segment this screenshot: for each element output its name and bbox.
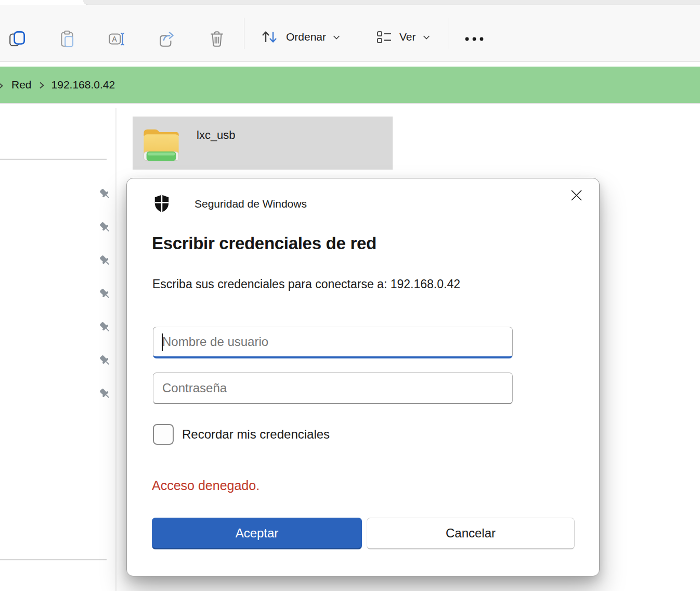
pin-icon xyxy=(98,354,112,367)
pane-divider xyxy=(115,108,116,591)
breadcrumb-item-red[interactable]: Red xyxy=(11,79,32,91)
pin-icon xyxy=(98,254,112,267)
access-denied-error: Acceso denegado. xyxy=(152,478,260,493)
remember-label: Recordar mis credenciales xyxy=(182,427,330,442)
copy-icon xyxy=(8,29,28,49)
navigation-pane xyxy=(0,104,115,591)
pin-icon xyxy=(98,221,112,234)
chevron-down-icon xyxy=(422,34,431,40)
close-icon xyxy=(570,189,583,202)
remember-credentials-row: Recordar mis credenciales xyxy=(153,424,330,445)
view-label: Ver xyxy=(399,31,416,43)
sort-button[interactable]: Ordenar xyxy=(254,21,346,53)
more-options-button[interactable] xyxy=(460,25,489,53)
accept-button[interactable]: Aceptar xyxy=(152,518,362,549)
dialog-app-title: Seguridad de Windows xyxy=(195,198,307,210)
password-input[interactable] xyxy=(153,372,513,404)
copy-button[interactable] xyxy=(3,25,32,53)
password-field-wrapper xyxy=(153,372,513,404)
close-button[interactable] xyxy=(565,184,588,207)
rename-button[interactable]: A xyxy=(102,25,132,53)
file-explorer-window: A Ordenar xyxy=(0,0,700,591)
username-field-wrapper xyxy=(153,327,513,358)
more-icon xyxy=(463,36,485,42)
pin-icon xyxy=(98,287,112,301)
breadcrumb-item-host[interactable]: 192.168.0.42 xyxy=(51,79,115,91)
pin-icon xyxy=(98,387,112,401)
remember-checkbox[interactable] xyxy=(153,424,174,445)
paste-icon xyxy=(58,29,77,49)
folder-item-lxc-usb[interactable]: lxc_usb xyxy=(133,117,393,170)
breadcrumb-chevron-icon xyxy=(38,81,45,89)
tab-strip xyxy=(83,0,700,5)
chevron-down-icon xyxy=(332,34,341,40)
delete-button[interactable] xyxy=(202,25,231,53)
sidebar-divider xyxy=(0,159,107,160)
windows-security-dialog: Seguridad de Windows Escribir credencial… xyxy=(126,178,600,576)
view-icon xyxy=(375,29,393,45)
dialog-title: Escribir credenciales de red xyxy=(152,234,377,253)
pin-icon xyxy=(98,320,112,334)
delete-icon xyxy=(207,29,227,49)
svg-text:A: A xyxy=(112,35,118,43)
view-button[interactable]: Ver xyxy=(370,21,436,53)
sidebar-divider xyxy=(0,559,107,560)
toolbar-divider xyxy=(448,18,448,49)
cancel-button[interactable]: Cancelar xyxy=(367,518,575,549)
text-caret xyxy=(162,333,163,351)
share-button[interactable] xyxy=(152,25,182,53)
breadcrumb-chevron-icon xyxy=(0,82,4,90)
sort-icon xyxy=(259,29,280,45)
address-bar: Red 192.168.0.42 xyxy=(0,67,700,104)
toolbar-divider xyxy=(244,18,244,49)
share-icon xyxy=(157,29,177,49)
shield-icon xyxy=(153,194,171,213)
shared-folder-icon xyxy=(139,121,183,165)
sort-label: Ordenar xyxy=(286,31,326,43)
paste-button[interactable] xyxy=(53,25,82,53)
folder-name: lxc_usb xyxy=(197,129,236,142)
username-input[interactable] xyxy=(153,327,513,358)
command-toolbar: A Ordenar xyxy=(0,5,700,62)
dialog-subtitle: Escriba sus credenciales para conectarse… xyxy=(152,277,460,291)
rename-icon: A xyxy=(107,29,127,49)
pin-icon xyxy=(98,187,112,201)
